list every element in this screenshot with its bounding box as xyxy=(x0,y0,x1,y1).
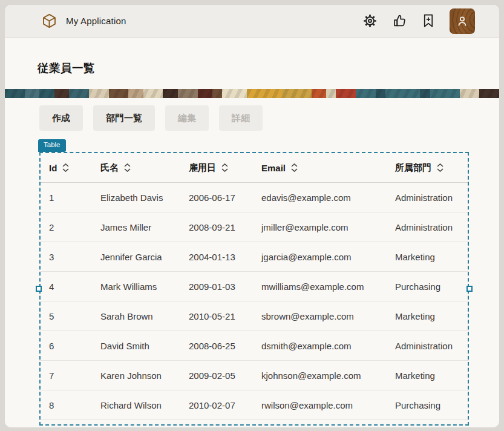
column-header-name[interactable]: 氏名 xyxy=(91,153,179,183)
decorative-banner xyxy=(5,89,499,98)
table-cell-hire-date: 2009-01-03 xyxy=(179,272,252,301)
table-cell-department: Marketing xyxy=(385,301,469,331)
header-actions xyxy=(362,8,475,34)
table-cell-hire-date: 2008-09-21 xyxy=(179,212,252,242)
table-row: 2James Miller2008-09-21jmiller@example.c… xyxy=(39,212,469,242)
table-cell-hire-date: 2008-06-25 xyxy=(179,331,252,361)
table-cell-id: 8 xyxy=(39,390,91,420)
sort-updown-icon xyxy=(221,163,228,172)
table-cell-department: Purchasing xyxy=(385,390,469,420)
table-cell-name: Mark Williams xyxy=(91,272,179,301)
cube-icon xyxy=(41,13,57,29)
toolbar: 作成 部門一覧 編集 詳細 xyxy=(39,105,499,131)
selection-badge: Table xyxy=(38,139,66,152)
table-cell-email: edavis@example.com xyxy=(252,183,385,212)
app-window: My Application xyxy=(5,5,499,427)
bookmark-add-icon[interactable] xyxy=(422,13,435,28)
sort-updown-icon xyxy=(291,163,298,172)
table-cell-department: Administration xyxy=(385,331,469,361)
table-cell-id: 6 xyxy=(39,331,91,361)
table-cell-id: 7 xyxy=(39,361,91,390)
table-cell-name: David Smith xyxy=(91,331,179,361)
table-row: 3Jennifer Garcia2004-01-13jgarcia@exampl… xyxy=(39,242,469,272)
employee-table: Id 氏名 雇用日 xyxy=(39,153,469,420)
table-cell-email: jgarcia@example.com xyxy=(252,242,385,272)
table-cell-email: mwilliams@example.com xyxy=(252,272,385,301)
sort-updown-icon xyxy=(62,163,69,172)
table-body: 1Elizabeth Davis2006-06-17edavis@example… xyxy=(39,183,469,420)
table-cell-id: 1 xyxy=(39,183,91,212)
create-button[interactable]: 作成 xyxy=(39,105,83,131)
table-cell-department: Marketing xyxy=(385,242,469,272)
table-cell-email: rwilson@example.com xyxy=(252,390,385,420)
column-header-email[interactable]: Email xyxy=(252,153,385,183)
table-cell-name: Karen Johnson xyxy=(91,361,179,390)
table-cell-name: James Miller xyxy=(91,212,179,242)
column-header-department[interactable]: 所属部門 xyxy=(385,153,469,183)
table-cell-name: Sarah Brown xyxy=(91,301,179,331)
table-cell-name: Elizabeth Davis xyxy=(91,183,179,212)
table-cell-id: 3 xyxy=(39,242,91,272)
table-cell-department: Marketing xyxy=(385,361,469,390)
table-cell-hire-date: 2010-05-21 xyxy=(179,301,252,331)
table-cell-department: Purchasing xyxy=(385,272,469,301)
table-row: 5Sarah Brown2010-05-21sbrown@example.com… xyxy=(39,301,469,331)
table-cell-department: Administration xyxy=(385,212,469,242)
table-row: 7Karen Johnson2009-02-05kjohnson@example… xyxy=(39,361,469,390)
selection-handle-right[interactable] xyxy=(466,286,473,292)
app-title: My Application xyxy=(66,16,126,26)
table-cell-id: 5 xyxy=(39,301,91,331)
selection-handle-left[interactable] xyxy=(36,286,42,292)
sort-updown-icon xyxy=(124,163,131,172)
table-cell-hire-date: 2010-02-07 xyxy=(179,390,252,420)
table-row: 1Elizabeth Davis2006-06-17edavis@example… xyxy=(39,183,469,212)
table-cell-hire-date: 2006-06-17 xyxy=(179,183,252,212)
thumbs-up-icon[interactable] xyxy=(392,13,407,28)
table-cell-email: sbrown@example.com xyxy=(252,301,385,331)
table-cell-id: 2 xyxy=(39,212,91,242)
table-cell-name: Richard Wilson xyxy=(91,390,179,420)
table-cell-name: Jennifer Garcia xyxy=(91,242,179,272)
settings-gear-icon[interactable] xyxy=(362,13,378,28)
table-row: 6David Smith2008-06-25dsmith@example.com… xyxy=(39,331,469,361)
table-row: 4Mark Williams2009-01-03mwilliams@exampl… xyxy=(39,272,469,301)
table-row: 8Richard Wilson2010-02-07rwilson@example… xyxy=(39,390,469,420)
table-header-row: Id 氏名 雇用日 xyxy=(39,153,469,183)
app-header: My Application xyxy=(5,5,499,38)
app-logo[interactable]: My Application xyxy=(41,13,126,29)
department-list-button[interactable]: 部門一覧 xyxy=(93,105,155,131)
column-header-hire-date[interactable]: 雇用日 xyxy=(179,153,252,183)
table-cell-hire-date: 2009-02-05 xyxy=(179,361,252,390)
edit-button[interactable]: 編集 xyxy=(165,105,209,131)
person-icon xyxy=(455,14,470,28)
table-cell-email: dsmith@example.com xyxy=(252,331,385,361)
table-cell-hire-date: 2004-01-13 xyxy=(179,242,252,272)
table-cell-email: jmiller@example.com xyxy=(252,212,385,242)
detail-button[interactable]: 詳細 xyxy=(219,105,263,131)
table-cell-email: kjohnson@example.com xyxy=(252,361,385,390)
sort-updown-icon xyxy=(437,163,443,172)
table-region: Table Id 氏名 xyxy=(39,152,469,426)
table-cell-department: Administration xyxy=(385,183,469,212)
table-cell-id: 4 xyxy=(39,272,91,301)
user-avatar[interactable] xyxy=(450,8,475,34)
column-header-id[interactable]: Id xyxy=(39,153,91,183)
page-title: 従業員一覧 xyxy=(5,38,499,89)
